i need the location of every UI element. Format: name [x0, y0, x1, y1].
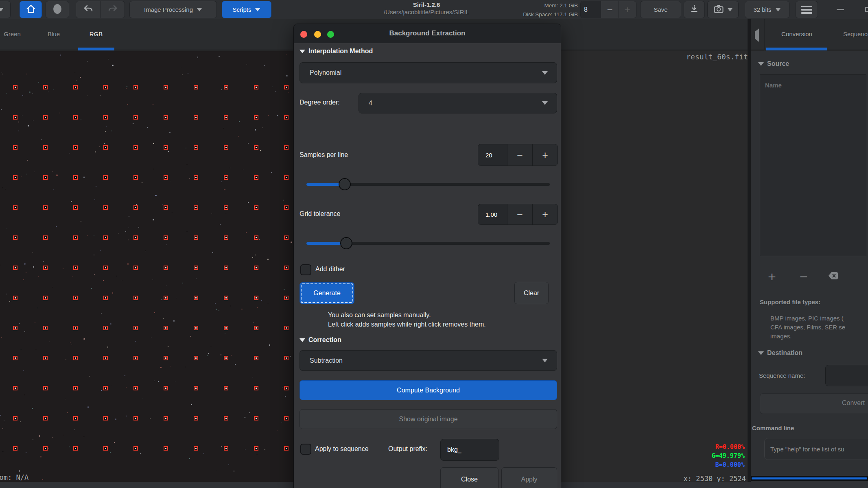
background-sample-marker[interactable]	[164, 266, 168, 270]
tab-sequence[interactable]: Sequence	[843, 30, 868, 37]
background-sample-marker[interactable]	[284, 145, 289, 150]
background-sample-marker[interactable]	[284, 175, 289, 180]
background-sample-marker[interactable]	[133, 356, 138, 360]
background-sample-marker[interactable]	[43, 356, 48, 360]
tolerance-decrement-button[interactable]: −	[507, 204, 533, 224]
background-sample-marker[interactable]	[284, 115, 289, 120]
sequence-name-input[interactable]	[825, 365, 868, 386]
background-sample-marker[interactable]	[254, 85, 258, 89]
background-sample-marker[interactable]	[194, 446, 198, 451]
background-sample-marker[interactable]	[284, 326, 289, 330]
command-line-input[interactable]	[764, 438, 868, 460]
window-maximize-button[interactable]	[865, 7, 868, 12]
background-sample-marker[interactable]	[133, 296, 138, 300]
image-canvas-empty-area[interactable]	[561, 51, 748, 482]
background-sample-marker[interactable]	[103, 115, 108, 120]
interpolation-section-header[interactable]: Interpolation Method	[300, 48, 373, 55]
save-button[interactable]: Save	[640, 1, 681, 18]
background-sample-marker[interactable]	[103, 235, 108, 240]
background-sample-marker[interactable]	[73, 266, 78, 270]
hidden-dropdown-button[interactable]	[0, 1, 11, 18]
background-sample-marker[interactable]	[13, 205, 17, 210]
background-sample-marker[interactable]	[13, 386, 17, 390]
clear-list-button[interactable]	[824, 268, 842, 285]
background-sample-marker[interactable]	[43, 386, 48, 390]
background-sample-marker[interactable]	[254, 115, 258, 120]
apply-to-sequence-checkbox[interactable]	[300, 444, 311, 455]
destination-section-header[interactable]: Destination	[758, 349, 802, 357]
background-sample-marker[interactable]	[43, 235, 48, 240]
background-sample-marker[interactable]	[194, 296, 198, 300]
background-sample-marker[interactable]	[284, 266, 289, 270]
background-sample-marker[interactable]	[73, 175, 78, 180]
background-sample-marker[interactable]	[224, 296, 228, 300]
tab-rgb-channel[interactable]: RGB	[81, 30, 111, 37]
remove-files-button[interactable]: −	[795, 268, 812, 285]
canvas-panel-divider[interactable]	[748, 19, 751, 488]
output-prefix-input[interactable]	[440, 439, 499, 461]
background-sample-marker[interactable]	[73, 326, 78, 330]
tab-conversion[interactable]: Conversion	[768, 30, 825, 37]
background-sample-marker[interactable]	[164, 145, 168, 150]
background-sample-marker[interactable]	[164, 85, 168, 89]
clear-button[interactable]: Clear	[514, 282, 549, 304]
background-sample-marker[interactable]	[103, 85, 108, 89]
background-sample-marker[interactable]	[43, 205, 48, 210]
background-sample-marker[interactable]	[284, 356, 289, 360]
background-sample-marker[interactable]	[43, 266, 48, 270]
background-sample-marker[interactable]	[194, 85, 198, 89]
background-sample-marker[interactable]	[43, 115, 48, 120]
background-sample-marker[interactable]	[194, 235, 198, 240]
undo-button[interactable]	[76, 1, 101, 18]
background-sample-marker[interactable]	[13, 115, 17, 120]
background-sample-marker[interactable]	[254, 446, 258, 451]
background-sample-marker[interactable]	[224, 235, 228, 240]
save-as-button[interactable]	[684, 1, 705, 18]
dialog-titlebar[interactable]: Background Extraction	[294, 24, 561, 43]
background-sample-marker[interactable]	[73, 446, 78, 451]
samples-increment-button[interactable]: +	[533, 144, 558, 166]
background-sample-marker[interactable]	[254, 296, 258, 300]
background-sample-marker[interactable]	[164, 235, 168, 240]
background-sample-marker[interactable]	[254, 205, 258, 210]
background-sample-marker[interactable]	[254, 175, 258, 180]
background-sample-marker[interactable]	[254, 326, 258, 330]
background-sample-marker[interactable]	[133, 416, 138, 420]
background-sample-marker[interactable]	[133, 115, 138, 120]
background-sample-marker[interactable]	[254, 386, 258, 390]
background-sample-marker[interactable]	[194, 266, 198, 270]
background-sample-marker[interactable]	[133, 266, 138, 270]
samples-value[interactable]: 20	[478, 144, 507, 166]
background-sample-marker[interactable]	[254, 356, 258, 360]
background-sample-marker[interactable]	[43, 326, 48, 330]
background-sample-marker[interactable]	[73, 235, 78, 240]
background-sample-marker[interactable]	[254, 235, 258, 240]
source-section-header[interactable]: Source	[758, 60, 789, 68]
background-sample-marker[interactable]	[284, 85, 289, 89]
degree-order-dropdown[interactable]: 4	[359, 93, 557, 113]
background-sample-marker[interactable]	[194, 416, 198, 420]
background-sample-marker[interactable]	[103, 175, 108, 180]
interpolation-method-dropdown[interactable]: Polynomial	[300, 62, 557, 83]
background-sample-marker[interactable]	[194, 175, 198, 180]
background-sample-marker[interactable]	[43, 446, 48, 451]
background-sample-marker[interactable]	[73, 115, 78, 120]
background-sample-marker[interactable]	[284, 296, 289, 300]
background-sample-marker[interactable]	[194, 326, 198, 330]
background-sample-marker[interactable]	[224, 266, 228, 270]
background-sample-marker[interactable]	[224, 175, 228, 180]
background-sample-marker[interactable]	[13, 356, 17, 360]
background-sample-marker[interactable]	[284, 386, 289, 390]
background-sample-marker[interactable]	[73, 356, 78, 360]
name-column-header[interactable]: Name	[765, 82, 782, 89]
background-sample-marker[interactable]	[73, 296, 78, 300]
background-sample-marker[interactable]	[194, 115, 198, 120]
background-sample-marker[interactable]	[133, 446, 138, 451]
background-sample-marker[interactable]	[73, 416, 78, 420]
background-sample-marker[interactable]	[164, 205, 168, 210]
background-sample-marker[interactable]	[43, 416, 48, 420]
background-sample-marker[interactable]	[284, 235, 289, 240]
correction-section-header[interactable]: Correction	[300, 336, 341, 344]
background-sample-marker[interactable]	[194, 386, 198, 390]
add-dither-checkbox[interactable]	[300, 264, 311, 275]
